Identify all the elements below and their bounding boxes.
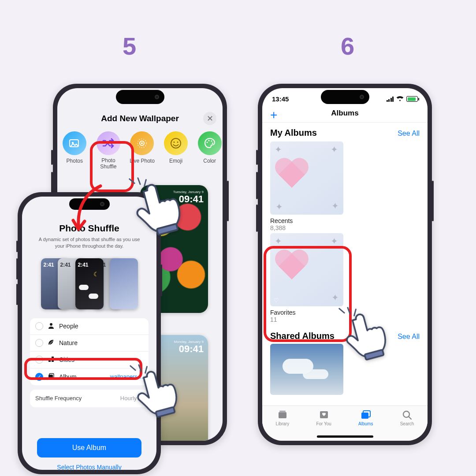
cellular-icon [387,97,394,102]
album-recents[interactable]: ✦ ✦ ✦ ✦ Recents 8,388 [270,141,428,231]
new-album-button[interactable]: + [270,108,277,122]
category-label: Color [203,158,216,164]
svg-point-9 [208,140,209,141]
svg-rect-18 [279,411,286,412]
category-live-photo[interactable]: Live Photo [129,131,155,170]
shuffle-frequency-row[interactable]: Shuffle Frequency Hourly ⌄ [30,390,149,407]
option-label: People [59,323,78,330]
category-label: Photos [67,158,83,164]
shuffle-preview: 2:41 2:41 2:41 ☾ 2:41 [41,256,138,312]
my-albums-header: My Albums [270,128,317,138]
tab-for-you[interactable]: For You [316,409,331,426]
svg-point-7 [177,141,178,143]
radio-unchecked-icon [35,339,43,347]
radio-checked-icon [35,373,43,381]
category-color[interactable]: Color [197,131,223,170]
option-label: Album [59,373,77,380]
step-number-5: 5 [123,32,136,60]
svg-point-8 [206,141,208,143]
live-photo-icon [130,131,154,155]
svg-rect-13 [48,358,51,362]
svg-rect-20 [361,413,368,419]
close-button[interactable]: ✕ [203,112,216,125]
favorite-heart-icon: ♡ [274,297,279,304]
search-icon [401,409,413,420]
frequency-label: Shuffle Frequency [35,395,82,402]
option-album[interactable]: Album wallpapers… [30,368,149,385]
wallpaper-category-row: Photos Photo Shuffle Live Photo Emoji [62,131,223,170]
shared-albums-header: Shared Albums [270,331,335,341]
category-photos[interactable]: Photos [62,131,88,170]
category-label: Photo Shuffle [96,158,122,170]
svg-rect-14 [52,357,54,362]
album-name: Recents [270,217,428,224]
svg-point-4 [141,142,143,144]
wallpaper-date: Monday, January 9 [174,340,204,344]
svg-point-5 [171,138,181,148]
buildings-icon [48,356,55,364]
shuffle-icon [97,131,120,155]
album-thumbnail: ✦ ✦ ✦ ✦ [270,141,343,215]
shared-album-thumbnail[interactable] [270,344,343,395]
battery-charging-icon [406,96,418,102]
tab-search[interactable]: Search [400,409,414,426]
option-label: Nature [59,339,78,346]
status-time: 13:45 [272,95,289,103]
phone-albums: 13:45 + Albums My Albums See All ✦ ✦ ✦ ✦… [258,84,432,445]
shuffle-subtitle: A dynamic set of photos that shuffle as … [30,236,149,249]
album-thumbnail: ✦ ✦ ♡ ✦ [270,233,343,306]
foryou-icon [318,409,330,420]
tab-label: Search [400,421,414,426]
select-photos-manually-link[interactable]: Select Photos Manually [30,464,149,470]
tab-label: For You [316,421,331,426]
option-people[interactable]: People [30,318,149,335]
albums-icon [360,409,372,420]
svg-point-10 [211,140,212,141]
tab-library[interactable]: Library [276,409,290,426]
preview-time: 2:41 [78,262,89,268]
library-icon [276,409,289,420]
tab-bar: Library For You Albums Search [262,405,428,441]
preview-time: 2:41 [60,262,71,268]
svg-rect-17 [279,412,286,418]
phone-photo-shuffle-sheet: Photo Shuffle A dynamic set of photos th… [18,192,161,474]
leaf-icon [48,339,55,347]
svg-point-12 [50,323,52,326]
wallpaper-time: 09:41 [179,343,204,354]
category-label: Emoji [169,158,182,164]
step-number-6: 6 [341,32,354,60]
category-emoji[interactable]: Emoji [163,131,189,170]
emoji-icon [164,131,188,155]
svg-point-6 [173,141,175,143]
option-nature[interactable]: Nature [30,335,149,352]
tab-label: Library [276,421,290,426]
wifi-icon [396,95,404,103]
tab-label: Albums [358,421,373,426]
close-icon: ✕ [207,114,213,123]
svg-point-11 [212,142,213,144]
use-album-button[interactable]: Use Album [37,438,141,457]
color-icon [198,131,222,155]
category-photo-shuffle[interactable]: Photo Shuffle [96,131,122,170]
album-count: 8,388 [270,224,428,231]
radio-unchecked-icon [35,322,43,330]
albums-stack-icon [48,372,55,381]
frequency-value: Hourly [120,395,137,402]
see-all-link[interactable]: See All [398,130,420,138]
tab-albums[interactable]: Albums [358,409,373,426]
radio-unchecked-icon [35,356,43,364]
nav-title: Albums [262,109,428,118]
option-label: Cities [59,356,74,363]
person-icon [48,322,55,331]
category-label: Live Photo [130,158,155,164]
home-indicator [317,435,373,438]
photos-icon [63,131,86,155]
wallpaper-sheet-title: Add New Wallpaper [57,114,223,123]
see-all-link[interactable]: See All [398,333,420,341]
preview-time: 2:41 [44,262,54,268]
arrow-annotation [70,183,109,232]
